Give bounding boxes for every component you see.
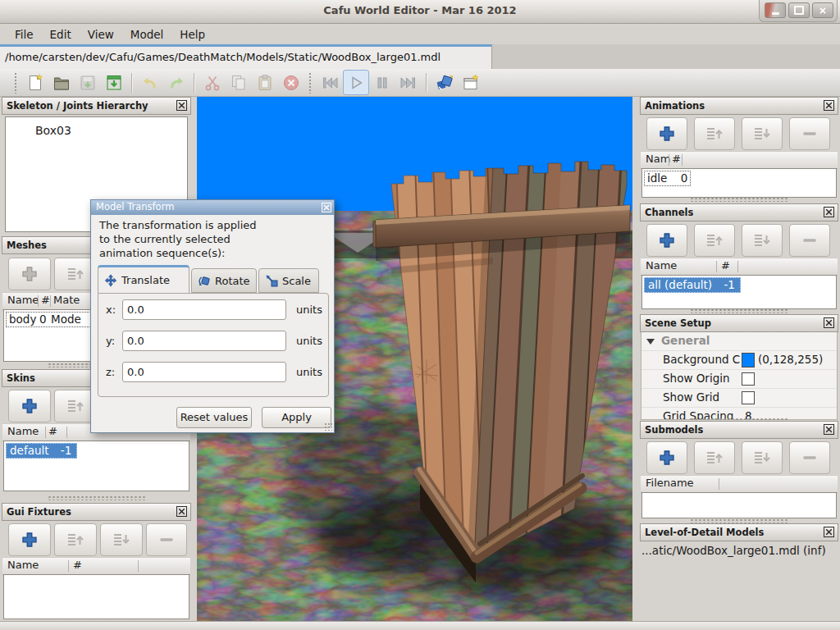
new-button[interactable]: [22, 70, 48, 95]
channel-down-button[interactable]: [742, 224, 783, 257]
channel-up-button[interactable]: [694, 224, 735, 257]
open-button[interactable]: [48, 70, 75, 95]
splitter-grip[interactable]: [690, 197, 788, 202]
column-name[interactable]: Name: [7, 425, 39, 437]
add-animation-button[interactable]: [646, 117, 687, 150]
animations-columns[interactable]: Nam #: [641, 151, 838, 169]
property-group-general[interactable]: General: [641, 332, 837, 351]
dialog-titlebar[interactable]: Model Transform: [91, 200, 334, 215]
minimize-button[interactable]: [765, 2, 786, 18]
save-button[interactable]: [75, 70, 101, 95]
menu-edit[interactable]: Edit: [42, 26, 80, 43]
show-grid-checkbox[interactable]: [742, 391, 755, 404]
add-mesh-button[interactable]: [8, 258, 51, 290]
pause-button[interactable]: [369, 70, 395, 95]
panel-close-button[interactable]: [176, 100, 187, 111]
cut-button[interactable]: [199, 70, 226, 95]
menu-model[interactable]: Model: [122, 26, 172, 43]
column-name[interactable]: Name: [7, 559, 39, 571]
submodels-list[interactable]: [641, 492, 837, 518]
play-button[interactable]: [343, 70, 369, 95]
column-num[interactable]: #: [48, 425, 57, 437]
skin-row-selected[interactable]: default -1: [6, 443, 77, 459]
channel-row-selected[interactable]: all (default) -1: [644, 277, 741, 293]
apply-button[interactable]: Apply: [262, 407, 331, 428]
redo-button[interactable]: [163, 70, 189, 95]
reset-values-button[interactable]: Reset values: [176, 407, 252, 428]
column-num[interactable]: #: [41, 294, 50, 306]
column-name[interactable]: Nam: [646, 153, 670, 165]
add-submodel-button[interactable]: [646, 441, 687, 474]
remove-gui-fixture-button[interactable]: [146, 523, 187, 556]
remove-submodel-button[interactable]: [789, 441, 830, 474]
column-num[interactable]: #: [73, 559, 82, 571]
panel-close-button[interactable]: [824, 424, 834, 435]
column-name[interactable]: Name: [7, 294, 39, 306]
paste-button[interactable]: [252, 70, 278, 95]
animation-down-button[interactable]: [742, 117, 783, 150]
dialog-resize-grip[interactable]: [324, 422, 332, 431]
splitter-grip[interactable]: [48, 495, 146, 500]
x-input[interactable]: [122, 299, 286, 320]
close-button[interactable]: [812, 2, 833, 18]
dialog-close-button[interactable]: [322, 203, 331, 212]
tab-rotate[interactable]: Rotate: [191, 268, 257, 293]
add-channel-button[interactable]: [646, 224, 687, 257]
minimize-icon: [772, 12, 779, 15]
gui-fixture-down-button[interactable]: [100, 523, 143, 556]
collapse-triangle-icon[interactable]: [646, 339, 655, 345]
submodel-down-button[interactable]: [742, 441, 783, 474]
gui-fixtures-list[interactable]: [3, 574, 189, 619]
column-name[interactable]: Name: [646, 259, 677, 272]
copy-button[interactable]: [226, 70, 252, 95]
undo-button[interactable]: [137, 70, 163, 95]
menu-help[interactable]: Help: [171, 26, 213, 43]
remove-channel-button[interactable]: [789, 224, 830, 257]
lod-entry[interactable]: ...atic/WoodBox_large01.mdl (inf): [641, 544, 826, 557]
menu-file[interactable]: File: [7, 26, 42, 43]
window-titlebar[interactable]: Cafu World Editor - Mar 16 2012: [0, 0, 840, 24]
color-swatch[interactable]: [742, 353, 755, 368]
skip-to-start-button[interactable]: [317, 70, 343, 95]
new-window-button[interactable]: [458, 70, 484, 95]
column-filename[interactable]: Filename: [646, 477, 694, 489]
submodel-up-button[interactable]: [694, 441, 735, 474]
panel-close-button[interactable]: [824, 317, 834, 328]
column-material[interactable]: Mate: [53, 294, 80, 306]
gui-fixtures-columns[interactable]: Name #: [2, 557, 190, 575]
submodels-columns[interactable]: Filename: [641, 475, 838, 493]
add-skin-button[interactable]: [8, 390, 51, 422]
splitter-grip[interactable]: [690, 308, 788, 313]
document-tab[interactable]: /home/carsten/dev/Cafu/Games/DeathMatch/…: [0, 44, 492, 69]
panel-close-button[interactable]: [824, 100, 834, 111]
z-input[interactable]: [122, 362, 286, 382]
tree-item-box03[interactable]: Box03: [6, 117, 187, 137]
animation-row[interactable]: idle 0: [644, 171, 691, 186]
skins-list[interactable]: default -1: [3, 441, 189, 491]
channels-columns[interactable]: Name #: [641, 258, 838, 276]
gui-fixture-up-button[interactable]: [54, 523, 97, 556]
remove-animation-button[interactable]: [789, 117, 830, 150]
column-num[interactable]: #: [721, 259, 730, 272]
toolbar-grip[interactable]: [14, 72, 18, 94]
animation-up-button[interactable]: [694, 117, 735, 150]
panel-close-button[interactable]: [176, 506, 187, 517]
tab-scale[interactable]: Scale: [258, 268, 319, 293]
import-model-button[interactable]: [101, 70, 127, 95]
model-transform-button[interactable]: [431, 70, 458, 95]
maximize-button[interactable]: [788, 2, 810, 18]
menu-view[interactable]: View: [80, 26, 122, 43]
panel-close-button[interactable]: [824, 527, 834, 537]
column-num[interactable]: #: [672, 153, 681, 165]
animations-list[interactable]: idle 0: [641, 168, 837, 198]
add-gui-fixture-button[interactable]: [8, 523, 51, 556]
skip-to-end-button[interactable]: [395, 70, 422, 95]
y-input[interactable]: [122, 331, 286, 351]
panel-close-button[interactable]: [824, 207, 834, 217]
toolbar-grip[interactable]: [308, 72, 313, 94]
delete-icon: [282, 74, 300, 92]
delete-button[interactable]: [278, 70, 304, 95]
show-origin-checkbox[interactable]: [742, 372, 755, 386]
channels-list[interactable]: all (default) -1: [641, 275, 837, 309]
tab-translate[interactable]: Translate: [98, 265, 189, 293]
